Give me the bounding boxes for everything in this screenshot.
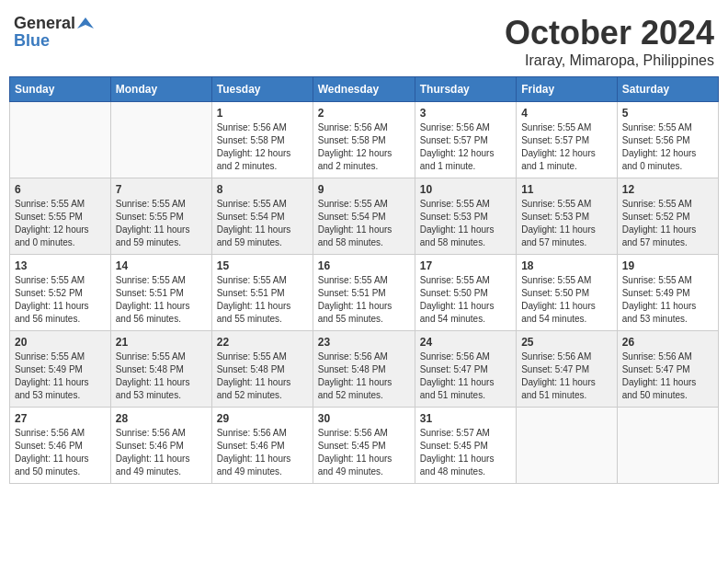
weekday-header-row: Sunday Monday Tuesday Wednesday Thursday… — [10, 77, 719, 102]
header-monday: Monday — [110, 77, 211, 102]
day-info: Sunrise: 5:55 AM Sunset: 5:51 PM Dayligh… — [217, 274, 308, 326]
day-info: Sunrise: 5:56 AM Sunset: 5:45 PM Dayligh… — [318, 427, 410, 478]
calendar-day-cell: 20Sunrise: 5:55 AM Sunset: 5:49 PM Dayli… — [10, 331, 111, 408]
day-number: 3 — [420, 107, 511, 120]
calendar-day-cell: 19Sunrise: 5:55 AM Sunset: 5:49 PM Dayli… — [617, 255, 718, 331]
day-number: 17 — [420, 259, 511, 272]
day-number: 26 — [622, 336, 713, 349]
day-number: 19 — [622, 259, 713, 272]
calendar-day-cell: 3Sunrise: 5:56 AM Sunset: 5:57 PM Daylig… — [415, 102, 516, 178]
day-info: Sunrise: 5:55 AM Sunset: 5:55 PM Dayligh… — [15, 198, 106, 249]
calendar-day-cell: 24Sunrise: 5:56 AM Sunset: 5:47 PM Dayli… — [415, 331, 516, 408]
calendar-day-cell: 6Sunrise: 5:55 AM Sunset: 5:55 PM Daylig… — [10, 178, 111, 255]
day-info: Sunrise: 5:55 AM Sunset: 5:53 PM Dayligh… — [420, 198, 511, 249]
day-number: 12 — [622, 183, 713, 196]
header-thursday: Thursday — [415, 77, 516, 102]
header-saturday: Saturday — [617, 77, 718, 102]
day-number: 24 — [420, 336, 511, 349]
day-info: Sunrise: 5:56 AM Sunset: 5:46 PM Dayligh… — [217, 427, 308, 478]
calendar-day-cell: 12Sunrise: 5:55 AM Sunset: 5:52 PM Dayli… — [617, 178, 718, 255]
calendar-day-cell: 16Sunrise: 5:55 AM Sunset: 5:51 PM Dayli… — [313, 255, 415, 331]
calendar-day-cell: 18Sunrise: 5:55 AM Sunset: 5:50 PM Dayli… — [517, 255, 618, 331]
calendar-day-cell: 25Sunrise: 5:56 AM Sunset: 5:47 PM Dayli… — [517, 331, 618, 408]
calendar-day-cell: 15Sunrise: 5:55 AM Sunset: 5:51 PM Dayli… — [211, 255, 313, 331]
header: General Blue October 2024 Iraray, Mimaro… — [9, 9, 719, 69]
day-info: Sunrise: 5:56 AM Sunset: 5:48 PM Dayligh… — [318, 350, 410, 402]
calendar-day-cell: 26Sunrise: 5:56 AM Sunset: 5:47 PM Dayli… — [617, 331, 718, 408]
day-info: Sunrise: 5:55 AM Sunset: 5:51 PM Dayligh… — [116, 274, 207, 326]
day-info: Sunrise: 5:57 AM Sunset: 5:45 PM Dayligh… — [420, 427, 511, 478]
day-number: 27 — [15, 412, 106, 425]
calendar-week-row: 13Sunrise: 5:55 AM Sunset: 5:52 PM Dayli… — [10, 255, 719, 331]
day-number: 1 — [217, 107, 308, 120]
calendar-day-cell: 4Sunrise: 5:55 AM Sunset: 5:57 PM Daylig… — [517, 102, 618, 178]
calendar-day-cell: 5Sunrise: 5:55 AM Sunset: 5:56 PM Daylig… — [617, 102, 718, 178]
day-info: Sunrise: 5:55 AM Sunset: 5:48 PM Dayligh… — [116, 350, 207, 402]
day-number: 30 — [318, 412, 410, 425]
day-info: Sunrise: 5:56 AM Sunset: 5:46 PM Dayligh… — [15, 427, 106, 478]
calendar-day-cell: 28Sunrise: 5:56 AM Sunset: 5:46 PM Dayli… — [110, 408, 211, 484]
day-info: Sunrise: 5:55 AM Sunset: 5:55 PM Dayligh… — [116, 198, 207, 249]
day-info: Sunrise: 5:55 AM Sunset: 5:57 PM Dayligh… — [521, 121, 612, 173]
day-number: 8 — [217, 183, 308, 196]
logo-blue: Blue — [14, 31, 50, 51]
calendar-day-cell: 2Sunrise: 5:56 AM Sunset: 5:58 PM Daylig… — [313, 102, 415, 178]
day-number: 6 — [15, 183, 106, 196]
calendar-day-cell: 27Sunrise: 5:56 AM Sunset: 5:46 PM Dayli… — [10, 408, 111, 484]
day-number: 10 — [420, 183, 511, 196]
header-wednesday: Wednesday — [313, 77, 415, 102]
calendar-day-cell: 21Sunrise: 5:55 AM Sunset: 5:48 PM Dayli… — [110, 331, 211, 408]
page-title: October 2024 — [505, 14, 714, 52]
day-number: 25 — [521, 336, 612, 349]
calendar-day-cell: 14Sunrise: 5:55 AM Sunset: 5:51 PM Dayli… — [110, 255, 211, 331]
day-info: Sunrise: 5:55 AM Sunset: 5:52 PM Dayligh… — [15, 274, 106, 326]
logo: General Blue — [14, 14, 94, 51]
day-number: 31 — [420, 412, 511, 425]
day-number: 28 — [116, 412, 207, 425]
calendar-day-cell: 17Sunrise: 5:55 AM Sunset: 5:50 PM Dayli… — [415, 255, 516, 331]
day-info: Sunrise: 5:56 AM Sunset: 5:47 PM Dayligh… — [622, 350, 713, 402]
svg-marker-0 — [77, 17, 94, 29]
day-info: Sunrise: 5:56 AM Sunset: 5:47 PM Dayligh… — [420, 350, 511, 402]
day-number: 14 — [116, 259, 207, 272]
day-info: Sunrise: 5:56 AM Sunset: 5:46 PM Dayligh… — [116, 427, 207, 478]
day-number: 9 — [318, 183, 410, 196]
calendar-week-row: 1Sunrise: 5:56 AM Sunset: 5:58 PM Daylig… — [10, 102, 719, 178]
logo-bird-icon — [77, 16, 94, 32]
calendar-day-cell: 11Sunrise: 5:55 AM Sunset: 5:53 PM Dayli… — [517, 178, 618, 255]
calendar-day-cell: 29Sunrise: 5:56 AM Sunset: 5:46 PM Dayli… — [211, 408, 313, 484]
calendar-day-cell: 13Sunrise: 5:55 AM Sunset: 5:52 PM Dayli… — [10, 255, 111, 331]
calendar-day-cell: 22Sunrise: 5:55 AM Sunset: 5:48 PM Dayli… — [211, 331, 313, 408]
calendar-day-cell: 31Sunrise: 5:57 AM Sunset: 5:45 PM Dayli… — [415, 408, 516, 484]
day-info: Sunrise: 5:55 AM Sunset: 5:49 PM Dayligh… — [15, 350, 106, 402]
day-info: Sunrise: 5:55 AM Sunset: 5:51 PM Dayligh… — [318, 274, 410, 326]
day-info: Sunrise: 5:55 AM Sunset: 5:56 PM Dayligh… — [622, 121, 713, 173]
calendar-day-cell: 23Sunrise: 5:56 AM Sunset: 5:48 PM Dayli… — [313, 331, 415, 408]
day-info: Sunrise: 5:55 AM Sunset: 5:49 PM Dayligh… — [622, 274, 713, 326]
day-number: 5 — [622, 107, 713, 120]
logo-general: General — [14, 14, 75, 33]
header-tuesday: Tuesday — [211, 77, 313, 102]
page-subtitle: Iraray, Mimaropa, Philippines — [505, 52, 714, 69]
day-info: Sunrise: 5:55 AM Sunset: 5:48 PM Dayligh… — [217, 350, 308, 402]
calendar-day-cell: 8Sunrise: 5:55 AM Sunset: 5:54 PM Daylig… — [211, 178, 313, 255]
calendar-day-cell — [617, 408, 718, 484]
calendar-day-cell: 10Sunrise: 5:55 AM Sunset: 5:53 PM Dayli… — [415, 178, 516, 255]
day-number: 4 — [521, 107, 612, 120]
header-sunday: Sunday — [10, 77, 111, 102]
day-number: 16 — [318, 259, 410, 272]
day-info: Sunrise: 5:56 AM Sunset: 5:58 PM Dayligh… — [217, 121, 308, 173]
day-number: 29 — [217, 412, 308, 425]
day-number: 21 — [116, 336, 207, 349]
day-number: 20 — [15, 336, 106, 349]
day-info: Sunrise: 5:55 AM Sunset: 5:53 PM Dayligh… — [521, 198, 612, 249]
day-number: 7 — [116, 183, 207, 196]
calendar: Sunday Monday Tuesday Wednesday Thursday… — [9, 76, 719, 484]
day-info: Sunrise: 5:55 AM Sunset: 5:52 PM Dayligh… — [622, 198, 713, 249]
day-number: 22 — [217, 336, 308, 349]
calendar-day-cell — [110, 102, 211, 178]
calendar-day-cell: 9Sunrise: 5:55 AM Sunset: 5:54 PM Daylig… — [313, 178, 415, 255]
day-number: 18 — [521, 259, 612, 272]
day-number: 15 — [217, 259, 308, 272]
day-number: 11 — [521, 183, 612, 196]
